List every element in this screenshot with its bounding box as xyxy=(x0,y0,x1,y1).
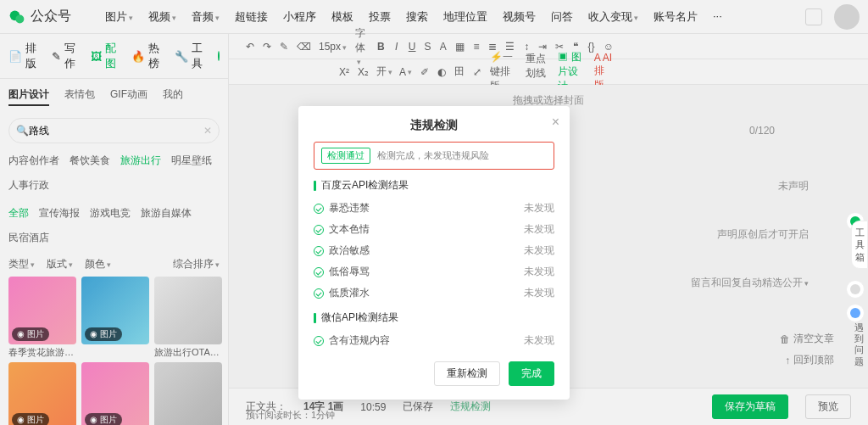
check-row: 低俗辱骂未发现 xyxy=(314,261,554,282)
check-ok-icon xyxy=(314,246,324,256)
check-row: 暴恐违禁未发现 xyxy=(314,198,554,219)
close-icon[interactable]: × xyxy=(552,115,559,130)
pass-badge: 检测通过 xyxy=(321,148,370,164)
check-ok-icon xyxy=(314,204,324,214)
toolbox-handle[interactable]: 工具箱 xyxy=(851,221,868,269)
check-ok-icon xyxy=(314,288,324,299)
faq-handle[interactable]: 遇到问题 xyxy=(851,322,866,367)
section-weixin: 微信API检测结果 xyxy=(314,310,554,325)
check-ok-icon xyxy=(314,267,324,277)
done-button[interactable]: 完成 xyxy=(509,361,554,386)
check-row: 文本色情未发现 xyxy=(314,219,554,240)
side-assistant-icon[interactable] xyxy=(846,304,865,322)
recheck-button[interactable]: 重新检测 xyxy=(434,361,500,386)
check-row: 含有违规内容未发现 xyxy=(314,330,554,351)
pass-text: 检测完成，未发现违规风险 xyxy=(377,149,489,162)
modal-actions: 重新检测 完成 xyxy=(314,361,554,386)
section-baidu: 百度云API检测结果 xyxy=(314,178,554,193)
violation-check-modal: × 违规检测 检测通过 检测完成，未发现违规风险 百度云API检测结果 暴恐违禁… xyxy=(298,106,570,400)
check-row: 政治敏感未发现 xyxy=(314,240,554,261)
status-box: 检测通过 检测完成，未发现违规风险 xyxy=(314,142,554,170)
check-row: 低质灌水未发现 xyxy=(314,282,554,304)
check-ok-icon xyxy=(314,336,324,346)
check-ok-icon xyxy=(314,225,324,235)
modal-title: 违规检测 xyxy=(314,118,554,133)
side-gear-icon[interactable] xyxy=(846,280,865,299)
